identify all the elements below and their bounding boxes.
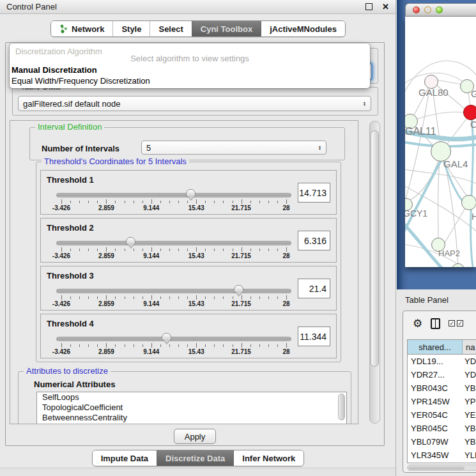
tab-select[interactable]: Select [150,21,191,36]
checkbox-icon[interactable]: ✓ [457,320,463,326]
list-item[interactable]: BetweennessCentrality [37,413,346,423]
threshold-1-value-field[interactable]: 14.713 [298,183,330,203]
table-row[interactable]: YPR145WYPR1 [408,395,476,408]
settings-scrollbar[interactable] [369,121,380,424]
table-data-value: galFiltered.sif default node [23,99,120,109]
table-row[interactable]: YBR043CYBR0 [408,381,476,395]
threshold-1-slider-thumb[interactable] [186,189,196,197]
gear-icon[interactable]: ⚙ [413,318,422,329]
tick-label: -3.426 [52,348,70,355]
algorithm-dropdown-popup: Discretization Algorithm Select algorith… [10,43,370,88]
threshold-1-box: Threshold 1 -3.4262.8599.14415.4321.7152… [40,170,337,215]
list-item[interactable]: SelfLoops [37,392,346,403]
network-window-titlebar[interactable] [405,3,476,17]
node-label-gal4: GAL4 [443,158,468,169]
node-h[interactable] [461,195,476,210]
tab-impute-data[interactable]: Impute Data [93,450,157,466]
algorithm-option-manual[interactable]: Manual Discretization [12,65,97,75]
node-label-gcy1: GCY1 [405,208,427,219]
table-row[interactable]: YBL079WYBL0 [408,435,476,449]
node-label-partial-top: GA [471,88,476,99]
table-horizontal-scrollbar[interactable] [407,464,476,471]
threshold-3-value-field[interactable]: 21.4 [298,279,330,298]
network-canvas[interactable]: GAL80 GA C GAL11 GAL4 GCY1 H HAP2 [405,17,476,267]
thresholds-group: Threshold's Coordinates for 5 Intervals … [36,162,341,362]
tab-network[interactable]: Network [51,21,112,36]
control-panel-title: Control Panel [6,2,365,12]
node-label-hap2: HAP2 [438,249,460,258]
threshold-4-value-field[interactable]: 11.344 [298,326,330,346]
zoom-traffic-light[interactable] [436,6,443,13]
table-row[interactable]: YDR27...YDR2 [408,368,476,381]
number-of-intervals-combobox[interactable]: 5 ▲▼ [141,141,326,155]
bottom-tab-bar: Impute Data Discretize Data Infer Networ… [92,450,305,466]
node-red-selected[interactable] [463,105,476,120]
table-data-combobox[interactable]: galFiltered.sif default node ▲▼ [18,96,371,111]
tick-label: 21.715 [231,252,251,259]
columns-icon[interactable] [431,318,440,329]
float-window-icon[interactable] [365,3,372,10]
algorithm-option-equal-width[interactable]: Equal Width/Frequency Discretization [12,76,150,86]
tick-label: 2.859 [98,204,114,211]
checkbox-group: ✓ ✓ [449,320,463,326]
threshold-2-value-field[interactable]: 6.316 [298,231,330,250]
tick-label: 2.859 [98,348,114,355]
tick-label: 15.43 [188,252,204,259]
apply-button[interactable]: Apply [174,429,216,444]
interval-definition-legend: Interval Definition [35,122,104,132]
threshold-1-slider[interactable]: -3.4262.8599.14415.4321.71528 [56,188,291,211]
tab-jactivemnodules[interactable]: jActiveMNodules [261,21,345,36]
tab-network-label: Network [72,24,104,34]
network-view-frame: GAL80 GA C GAL11 GAL4 GCY1 H HAP2 [397,0,476,289]
table-horizontal-scrollbar-thumb[interactable] [408,466,464,470]
list-item[interactable]: TopologicalCoefficient [37,403,346,413]
threshold-4-box: Threshold 4 -3.4262.8599.14415.4321.7152… [40,314,337,358]
window-bottom-strip [0,468,395,476]
table-row[interactable]: YLR345WYLR3 [408,449,476,462]
tick-label: 15.43 [188,204,204,211]
tick-label: 9.144 [143,348,159,355]
numerical-attributes-list: SelfLoops TopologicalCoefficient Between… [36,392,347,424]
tick-mark [286,343,287,348]
control-panel-window: Control Panel ✕ Network Style Sel [0,0,396,476]
threshold-3-slider-thumb[interactable] [234,285,243,293]
tick-label: 21.715 [231,300,251,307]
node-label-partial-h: H [472,211,476,222]
interval-definition-group: Interval Definition Number of Intervals … [29,127,345,160]
tick-label: 28 [282,348,289,355]
close-icon[interactable]: ✕ [382,2,389,12]
table-header: shared... na [408,340,476,355]
top-tab-bar: Network Style Select Cyni Toolbox jActiv… [50,20,346,37]
threshold-4-slider-thumb[interactable] [162,333,171,341]
tab-cyni-toolbox[interactable]: Cyni Toolbox [192,21,261,36]
tab-discretize-data[interactable]: Discretize Data [157,450,233,466]
threshold-2-slider[interactable]: -3.4262.8599.14415.4321.71528 [56,236,291,259]
minimize-traffic-light[interactable] [424,6,431,13]
table-row[interactable]: YBR045CYBR0 [408,422,476,435]
tick-label: 21.715 [231,204,251,211]
tab-infer-network[interactable]: Infer Network [233,450,303,466]
tick-label: 9.144 [143,300,159,307]
tick-label: 2.859 [98,252,114,259]
column-header-name[interactable]: na [463,340,476,354]
threshold-3-box: Threshold 3 -3.4262.8599.14415.4321.7152… [40,266,337,311]
attributes-legend: Attributes to discretize [24,366,111,376]
table-row[interactable]: YIL052CYIL0 [408,462,476,463]
close-traffic-light[interactable] [413,6,420,13]
thresholds-legend: Threshold's Coordinates for 5 Intervals [42,157,189,166]
node-label-partial-red: C [470,119,476,130]
threshold-3-slider[interactable]: -3.4262.8599.14415.4321.71528 [56,284,291,307]
table-row[interactable]: YDL19...YDL1 [408,355,476,368]
tab-style[interactable]: Style [112,21,150,36]
tick-mark [286,295,287,300]
tick-label: 21.715 [231,348,251,355]
threshold-2-slider-thumb[interactable] [126,237,135,245]
checkbox-icon[interactable]: ✓ [449,320,455,326]
threshold-4-slider[interactable]: -3.4262.8599.14415.4321.71528 [56,332,291,355]
table-row[interactable]: YER054CYER0 [408,408,476,422]
settings-scrollbar-thumb[interactable] [371,130,379,367]
table-data-group: Table Data galFiltered.sif default node … [12,87,378,116]
attributes-list-scrollbar[interactable] [338,394,345,420]
tick-label: 9.144 [143,252,159,259]
column-header-shared-name[interactable]: shared... [408,340,463,354]
